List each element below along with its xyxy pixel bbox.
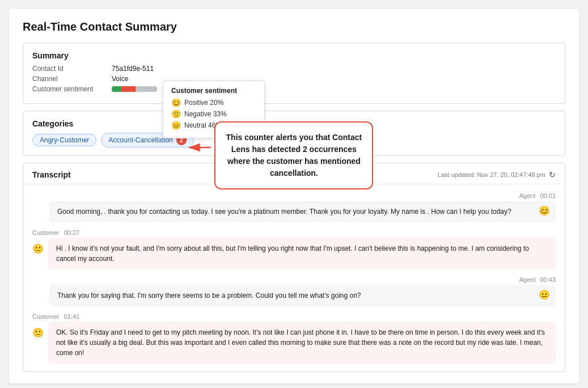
annotation-text: This counter alerts you that Contact Len… xyxy=(226,133,362,178)
channel-label: Channel xyxy=(32,75,112,83)
message-group-2: Agent 00:43 Thank you for saying that. I… xyxy=(23,273,565,310)
sentiment-neutral-bar xyxy=(136,86,157,92)
speaker-1: Customer xyxy=(32,229,60,236)
agent-row-0: Good morning, . thank you for contacting… xyxy=(32,201,556,222)
transcript-meta: Last updated: Nov 27, 20, 02:47:48 pm ↻ xyxy=(438,170,556,179)
sentiment-bar xyxy=(112,86,157,92)
sentiment-row: Customer sentiment Customer sentiment 😊 … xyxy=(32,85,556,93)
message-meta-0: Agent 00:01 xyxy=(32,192,556,199)
tooltip-positive-label: Positive 20% xyxy=(184,99,223,107)
transcript-title: Transcript xyxy=(32,170,71,179)
annotation-box: This counter alerts you that Contact Len… xyxy=(214,121,373,189)
summary-title: Summary xyxy=(32,51,556,60)
customer-row-1: 🙁 Hi . I know it's not your fault, and I… xyxy=(32,238,556,269)
tooltip-title: Customer sentiment xyxy=(171,87,256,95)
page-title: Real-Time Contact Summary xyxy=(23,20,565,33)
summary-section: Summary Contact Id 75a1fd9e-511 Channel … xyxy=(23,43,565,104)
time-1: 00:27 xyxy=(64,229,80,236)
speaker-0: Agent xyxy=(519,192,536,199)
categories-row: Angry-Customer Account-Cancellation 2 xyxy=(32,133,556,147)
smile-icon: 😊 xyxy=(171,98,181,107)
message-group-3: Customer 01:41 🙁 OK. So it's Friday and … xyxy=(23,310,565,367)
channel-value: Voice xyxy=(112,75,128,83)
contact-id-value: 75a1fd9e-511 xyxy=(112,65,154,73)
tooltip-positive: 😊 Positive 20% xyxy=(171,98,256,107)
message-meta-2: Agent 00:43 xyxy=(32,276,556,283)
tooltip-negative-label: Negative 33% xyxy=(184,110,227,118)
categories-section: Categories Angry-Customer Account-Cancel… xyxy=(23,111,565,156)
agent-row-2: Thank you for saying that. I'm sorry the… xyxy=(32,285,556,306)
frown-icon-1: 🙁 xyxy=(32,243,44,254)
customer-row-3: 🙁 OK. So it's Friday and I need to get t… xyxy=(32,322,556,364)
tag-angry-label: Angry-Customer xyxy=(40,136,89,144)
text-0: Good morning, . thank you for contacting… xyxy=(57,208,511,216)
tooltip-negative: 🙁 Negative 33% xyxy=(171,109,256,119)
sentiment-positive-bar xyxy=(112,86,121,92)
red-arrow-icon xyxy=(185,142,213,153)
message-meta-1: Customer 00:27 xyxy=(32,229,556,236)
message-meta-3: Customer 01:41 xyxy=(32,313,556,320)
channel-row: Channel Voice xyxy=(32,75,556,83)
message-group-0: Agent 00:01 Good morning, . thank you fo… xyxy=(23,189,565,226)
message-group-1: Customer 00:27 🙁 Hi . I know it's not yo… xyxy=(23,226,565,273)
bubble-2: Thank you for saying that. I'm sorry the… xyxy=(49,285,556,306)
contact-id-label: Contact Id xyxy=(32,65,112,73)
frown-icon-3: 🙁 xyxy=(32,327,44,338)
bubble-0: Good morning, . thank you for contacting… xyxy=(49,201,556,222)
sentiment-label: Customer sentiment xyxy=(32,85,112,93)
refresh-icon[interactable]: ↻ xyxy=(549,170,556,179)
text-2: Thank you for saying that. I'm sorry the… xyxy=(57,292,361,300)
sentiment-bar-wrapper: Customer sentiment 😊 Positive 20% 🙁 Nega… xyxy=(112,86,157,92)
neutral-icon: 😐 xyxy=(171,121,181,130)
last-updated: Last updated: Nov 27, 20, 02:47:48 pm xyxy=(438,171,545,178)
time-3: 01:41 xyxy=(64,313,80,320)
text-1: Hi . I know it's not your fault, and I'm… xyxy=(56,244,529,263)
speaker-3: Customer xyxy=(32,313,60,320)
transcript-body: Agent 00:01 Good morning, . thank you fo… xyxy=(23,184,565,372)
sentiment-negative-bar xyxy=(121,86,136,92)
sentiment-0-icon: 😊 xyxy=(539,204,550,218)
text-3: OK. So it's Friday and I need to get to … xyxy=(56,328,545,357)
speaker-2: Agent xyxy=(519,276,536,283)
frown-icon: 🙁 xyxy=(171,109,181,119)
contact-id-row: Contact Id 75a1fd9e-511 xyxy=(32,65,556,73)
transcript-section: Transcript Last updated: Nov 27, 20, 02:… xyxy=(23,163,565,372)
time-2: 00:43 xyxy=(540,276,556,283)
bubble-1: Hi . I know it's not your fault, and I'm… xyxy=(48,238,556,269)
time-0: 00:01 xyxy=(540,192,556,199)
sentiment-2-icon: 😐 xyxy=(539,288,550,302)
main-container: Real-Time Contact Summary Summary Contac… xyxy=(9,9,579,383)
bubble-3: OK. So it's Friday and I need to get to … xyxy=(48,322,556,364)
tag-angry-customer: Angry-Customer xyxy=(32,134,96,146)
